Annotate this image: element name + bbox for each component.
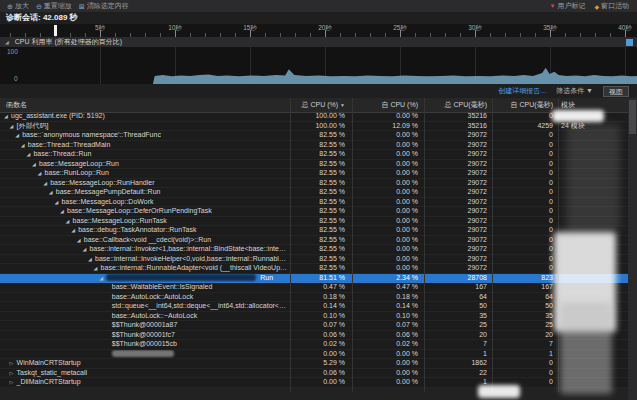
column-header-module[interactable]: 模块 bbox=[558, 98, 628, 112]
table-row[interactable]: ◢base::Thread::ThreadMain82.55 %0.00 %29… bbox=[0, 141, 637, 151]
collapse-icon[interactable]: ◢ bbox=[60, 207, 67, 216]
collapse-icon[interactable]: ◢ bbox=[4, 112, 11, 121]
table-row[interactable]: ◢base::MessageLoop::DeferOrRunPendingTas… bbox=[0, 207, 637, 217]
cell-c2: 0.00 % bbox=[352, 160, 424, 169]
table-row[interactable]: std::queue<__int64,std::deque<__int64,st… bbox=[0, 302, 637, 312]
column-header-total-cpu-pct[interactable]: 总 CPU (%)▼ bbox=[290, 98, 352, 112]
column-header-function[interactable]: 函数名 bbox=[0, 98, 290, 112]
window-activity-toggle[interactable]: ◆ 窗口活动 bbox=[594, 1, 629, 11]
chart-plot-area[interactable] bbox=[25, 47, 637, 84]
collapse-icon[interactable]: ◢ bbox=[49, 188, 56, 197]
user-marks-toggle[interactable]: ▼ 用户标记 bbox=[549, 1, 585, 11]
expand-icon[interactable]: ▷ bbox=[10, 369, 17, 378]
chart-collapse-icon[interactable]: ◢ bbox=[5, 39, 9, 45]
table-row[interactable]: base::AutoLock::AutoLock0.18 %0.18 %6464 bbox=[0, 293, 637, 303]
table-row[interactable]: ◢base::`anonymous namespace'::ThreadFunc… bbox=[0, 131, 637, 141]
cell-cm bbox=[558, 312, 628, 321]
y-axis-min-label: 0 bbox=[14, 75, 18, 82]
table-row[interactable]: ◢base::Callback<void __cdecl(void)>::Run… bbox=[0, 236, 637, 246]
table-row[interactable]: ◢base::MessageLoop::RunTask82.55 %0.00 %… bbox=[0, 217, 637, 227]
cell-c4: 20 bbox=[492, 331, 558, 340]
cell-c4: 0 bbox=[492, 369, 558, 378]
filter-dropdown[interactable]: 筛选条件 ▼ bbox=[556, 86, 593, 96]
table-row[interactable]: ◢base::internal::RunnableAdapter<void (_… bbox=[0, 264, 637, 274]
table-row[interactable]: ◢Run81.51 %2.34 %28708823 bbox=[0, 274, 637, 284]
function-name-cell: ◢base::MessagePumpDefault::Run bbox=[0, 188, 290, 197]
cell-c2: 0.00 % bbox=[352, 350, 424, 359]
view-button[interactable]: 视图 bbox=[603, 86, 629, 97]
table-row[interactable]: $$Thunk@00001fc70.06 %0.06 %2020 bbox=[0, 331, 637, 341]
function-name-cell: ◢base::MessageLoop::RunTask bbox=[0, 217, 290, 226]
expand-icon[interactable]: ▷ bbox=[10, 359, 17, 368]
cell-c1: 82.55 % bbox=[290, 150, 352, 159]
column-header-self-cpu-ms[interactable]: 自 CPU(毫秒) bbox=[492, 98, 558, 112]
table-row[interactable]: 0.00 %0.00 %11 bbox=[0, 350, 637, 360]
vertical-scrollbar-track[interactable] bbox=[628, 98, 637, 400]
collapse-icon[interactable]: ◢ bbox=[38, 169, 45, 178]
column-header-self-cpu-pct[interactable]: 自 CPU (%) bbox=[352, 98, 424, 112]
cell-cm bbox=[558, 359, 628, 368]
cell-c2: 0.00 % bbox=[352, 226, 424, 235]
table-row[interactable]: ◢base::internal::Invoker<1,base::interna… bbox=[0, 245, 637, 255]
table-row[interactable]: ▷WinMainCRTStartup5.29 %0.00 %18620 bbox=[0, 359, 637, 369]
cell-c2: 2.34 % bbox=[352, 274, 424, 283]
table-row[interactable]: ◢base::MessageLoop::RunHandler82.55 %0.0… bbox=[0, 179, 637, 189]
cell-cm bbox=[558, 378, 628, 387]
table-row[interactable]: $$Thunk@00001a870.07 %0.07 %2525 bbox=[0, 321, 637, 331]
collapse-icon[interactable]: ◢ bbox=[99, 274, 106, 283]
cell-cm bbox=[558, 350, 628, 359]
clear-selection-button[interactable]: ⊠ 清除选定内容 bbox=[79, 1, 129, 11]
collapse-icon[interactable]: ◢ bbox=[21, 141, 28, 150]
collapse-icon[interactable]: ◢ bbox=[88, 255, 95, 264]
table-row[interactable]: ◢base::debug::TaskAnnotator::RunTask82.5… bbox=[0, 226, 637, 236]
table-row[interactable]: ◢base::MessageLoop::Run82.55 %0.00 %2907… bbox=[0, 160, 637, 170]
cell-c1: 82.55 % bbox=[290, 264, 352, 273]
reset-zoom-button[interactable]: ⊖ 重置缩放 bbox=[36, 1, 72, 11]
expand-icon[interactable]: ▷ bbox=[10, 378, 17, 387]
table-row[interactable]: ◢base::MessageLoop::DoWork82.55 %0.00 %2… bbox=[0, 198, 637, 208]
cpu-chart-header[interactable]: ◢ CPU 利用率 (所有处理器的百分比) bbox=[0, 37, 637, 47]
zoom-in-icon: ⊕ bbox=[7, 3, 13, 10]
collapse-icon[interactable]: ◢ bbox=[32, 160, 39, 169]
table-row[interactable]: ◢base::internal::InvokeHelper<0,void,bas… bbox=[0, 255, 637, 265]
clear-selection-icon: ⊠ bbox=[79, 3, 85, 10]
table-row[interactable]: ◢ugc_assistant.exe (PID: 5192)100.00 %0.… bbox=[0, 112, 637, 122]
zoom-in-button[interactable]: ⊕ 放大 bbox=[7, 1, 29, 11]
cell-c3: 50 bbox=[424, 302, 492, 311]
collapse-icon[interactable]: ◢ bbox=[94, 264, 101, 273]
cell-c1: 0.47 % bbox=[290, 283, 352, 292]
collapse-icon[interactable]: ◢ bbox=[66, 217, 73, 226]
timeline-ruler[interactable]: 5秒10秒15秒20秒25秒30秒35秒40秒 bbox=[0, 24, 637, 38]
table-row[interactable]: $$Thunk@000015cb0.02 %0.02 %77 bbox=[0, 340, 637, 350]
column-header-total-cpu-ms[interactable]: 总 CPU(毫秒) bbox=[424, 98, 492, 112]
column-separator[interactable] bbox=[290, 98, 291, 392]
table-empty-area bbox=[0, 388, 637, 400]
column-separator[interactable] bbox=[352, 98, 353, 392]
table-row[interactable]: base::WaitableEvent::IsSignaled0.47 %0.4… bbox=[0, 283, 637, 293]
cell-cm bbox=[558, 131, 628, 140]
table-row[interactable]: ◢[外部代码]100.00 %12.09 %35216425924 模块 bbox=[0, 122, 637, 132]
column-separator[interactable] bbox=[424, 98, 425, 392]
collapse-icon[interactable]: ◢ bbox=[10, 122, 17, 131]
cell-c3: 29072 bbox=[424, 141, 492, 150]
cell-cm bbox=[558, 160, 628, 169]
reset-zoom-icon: ⊖ bbox=[36, 3, 42, 10]
column-separator[interactable] bbox=[558, 98, 559, 392]
column-separator[interactable] bbox=[492, 98, 493, 392]
function-name-cell: ◢Run bbox=[0, 274, 290, 283]
create-detailed-report-link[interactable]: 创建详细报告... bbox=[498, 86, 546, 96]
table-row[interactable]: base::AutoLock::~AutoLock0.10 %0.10 %353… bbox=[0, 312, 637, 322]
timeline-playhead[interactable] bbox=[54, 25, 57, 36]
table-row[interactable]: ▷_DllMainCRTStartup0.00 %0.00 %10 bbox=[0, 378, 637, 388]
table-row[interactable]: ◢base::MessagePumpDefault::Run82.55 %0.0… bbox=[0, 188, 637, 198]
session-row: 诊断会话: 42.089 秒 bbox=[0, 12, 637, 24]
table-row[interactable]: ◢base::Thread::Run82.55 %0.00 %290720 bbox=[0, 150, 637, 160]
cell-c2: 0.00 % bbox=[352, 217, 424, 226]
collapse-icon[interactable]: ◢ bbox=[77, 236, 84, 245]
cpu-utilization-chart[interactable]: 100 0 bbox=[0, 47, 637, 85]
vertical-scrollbar-thumb[interactable] bbox=[629, 100, 636, 134]
table-row[interactable]: ◢base::RunLoop::Run82.55 %0.00 %290720 bbox=[0, 169, 637, 179]
table-row[interactable]: ▷Taskqt_static_metacall0.06 %0.00 %220 bbox=[0, 369, 637, 379]
function-name: $$Thunk@00001a87 bbox=[112, 321, 178, 328]
function-name: base::MessagePumpDefault::Run bbox=[56, 188, 161, 195]
